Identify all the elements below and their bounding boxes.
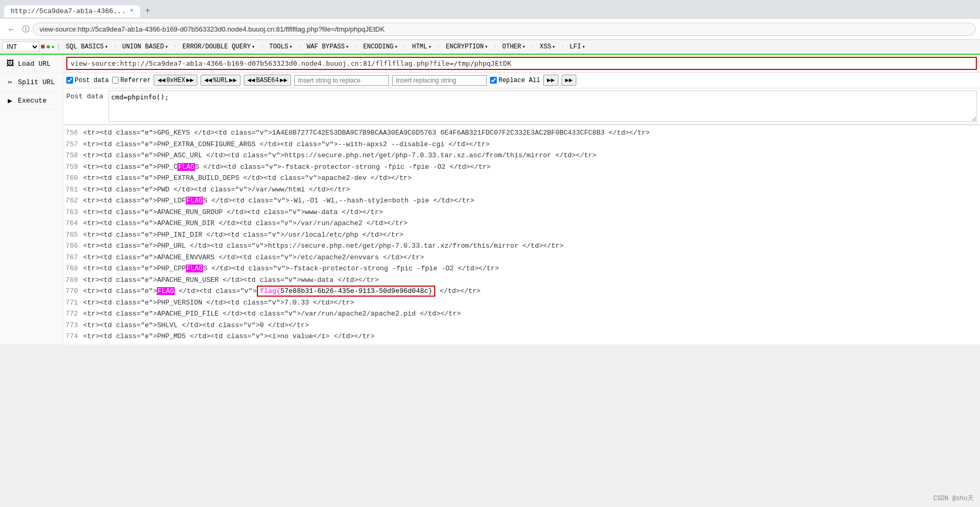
line-number: 765 (63, 230, 83, 240)
line-text: <tr><td class="e">PWD </td><td class="v"… (83, 186, 350, 194)
address-input[interactable] (33, 23, 976, 36)
toolbar-tools[interactable]: TOOLS (266, 42, 296, 52)
line-content: <tr><td class="e">PHP_EXTRA_BUILD_DEPS <… (83, 173, 980, 184)
right-arrow-b64: ▶▶ (280, 76, 287, 84)
sidebar-label-split-url: Split URL (18, 78, 55, 86)
left-arrow-url: ◀◀ (204, 76, 212, 84)
toolbar-xss[interactable]: XSS (536, 42, 558, 52)
flag-value-box: flag{57e88b31-6b26-435e-9113-50d9e96d048… (257, 286, 436, 297)
url-input[interactable] (66, 57, 977, 70)
post-data-checkbox[interactable]: Post data (66, 77, 109, 84)
line-content: <tr><td class="e">APACHE_RUN_DIR </td><t… (83, 218, 980, 229)
main-layout: 🖼 Load URL ✂ Split URL ▶ Execute Post da… (0, 55, 980, 344)
replace-arrow-btn[interactable]: ▶▶ (543, 75, 558, 86)
line-text: <tr><td class="e">APACHE_RUN_DIR </td><t… (83, 219, 407, 227)
source-line-767: 767<tr><td class="e">APACHE_ENVVARS </td… (63, 252, 980, 263)
line-number: 764 (63, 218, 83, 229)
line-number: 772 (63, 309, 83, 319)
line-number: 760 (63, 173, 83, 184)
sep1: · (113, 43, 117, 50)
right-arrow-replace: ▶▶ (547, 76, 554, 84)
toolbar-error-double[interactable]: ERROR/DOUBLE QUERY (179, 42, 258, 52)
postdata-textarea[interactable]: cmd=phpinfo(); (108, 90, 977, 122)
line-text: <tr><td class="e">PHP_EXTRA_BUILD_DEPS <… (83, 174, 412, 182)
line-text: <tr><td class="e">PHP_ASC_URL </td><td c… (83, 151, 596, 159)
toolbar-dot-red: ■ (41, 43, 45, 51)
line-content: <tr><td class="e">APACHE_RUN_USER </td><… (83, 275, 980, 286)
sidebar-item-execute[interactable]: ▶ Execute (0, 92, 63, 110)
flag-highlight: FLAG (157, 287, 174, 295)
source-line-770: 770<tr><td class="e">FLAG </td><td class… (63, 286, 980, 297)
line-number: 761 (63, 185, 83, 195)
toolbar-lfi[interactable]: LFI (566, 42, 588, 52)
toolbar-encryption[interactable]: ENCRYPTION (443, 42, 491, 52)
replace-with-input[interactable] (392, 75, 487, 86)
line-text: <tr><td class="e">APACHE_RUN_GROUP </td>… (83, 208, 383, 216)
line-content: <tr><td class="e">PHP_URL </td><td class… (83, 241, 980, 251)
sep5: · (354, 43, 358, 50)
int-select[interactable]: INT BIGINT TEXT (2, 42, 39, 52)
line-number: 771 (63, 298, 83, 308)
line-text: <tr><td class="e">APACHE_RUN_USER </td><… (83, 276, 379, 284)
source-line-769: 769<tr><td class="e">APACHE_RUN_USER </t… (63, 275, 980, 286)
sep3: · (260, 43, 264, 50)
hex-encode-btn[interactable]: ◀◀ 0xHEX ▶▶ (154, 75, 197, 86)
toolbar-union-based[interactable]: UNION BASED (119, 42, 171, 52)
line-text: <tr><td class="e">PHP_LDF (83, 197, 186, 205)
line-number: 759 (63, 162, 83, 173)
new-tab-button[interactable]: + (140, 4, 156, 18)
sidebar: 🖼 Load URL ✂ Split URL ▶ Execute (0, 55, 63, 344)
replace-search-input[interactable] (294, 75, 389, 86)
line-text: <tr><td class="e">PHP_URL </td><td class… (83, 242, 564, 250)
replace-arrow-btn2[interactable]: ▶▶ (562, 75, 576, 86)
replace-all-checkbox[interactable]: Replace All (490, 77, 540, 84)
source-line-764: 764<tr><td class="e">APACHE_RUN_DIR </td… (63, 218, 980, 229)
toolbar-waf-bypass[interactable]: WAF BYPASS (304, 42, 352, 52)
source-line-760: 760<tr><td class="e">PHP_EXTRA_BUILD_DEP… (63, 173, 980, 184)
line-text: <tr><td class="e">PHP_EXTRA_CONFIGURE_AR… (83, 140, 489, 148)
source-line-761: 761<tr><td class="e">PWD </td><td class=… (63, 184, 980, 196)
sidebar-item-split-url[interactable]: ✂ Split URL (0, 73, 63, 92)
split-url-icon: ✂ (5, 77, 15, 87)
line-text: </td></tr> (435, 287, 481, 295)
replace-all-check-input[interactable] (490, 77, 497, 84)
browser-chrome: http://5ca9dea7-ab1a-4366... × + ← ⓘ (0, 0, 980, 40)
tab-close-button[interactable]: × (129, 7, 133, 15)
source-line-773: 773<tr><td class="e">SHLVL </td><td clas… (63, 320, 980, 331)
line-content: <tr><td class="e">PHP_CPPFLAGS </td><td … (83, 263, 980, 274)
tab-title: http://5ca9dea7-ab1a-4366... (11, 7, 125, 15)
post-data-check-input[interactable] (66, 77, 73, 84)
flag-highlight: FLAG (186, 265, 203, 272)
back-button[interactable]: ← (4, 24, 19, 35)
line-text: <tr><td class="e">SHLVL </td><td class="… (83, 321, 309, 329)
flag-highlight: FLAG (186, 197, 203, 205)
toolbar-encoding[interactable]: ENCODING (360, 42, 401, 52)
sep9: · (531, 43, 534, 50)
address-bar: ← ⓘ (0, 19, 980, 40)
url-encode-btn[interactable]: ◀◀ %URL ▶▶ (201, 75, 241, 86)
sidebar-item-load-url[interactable]: 🖼 Load URL (0, 55, 63, 73)
sep6: · (403, 43, 407, 50)
source-line-766: 766<tr><td class="e">PHP_URL </td><td cl… (63, 240, 980, 252)
hex-label: 0xHEX (166, 77, 185, 84)
line-content: <tr><td class="e">APACHE_RUN_GROUP </td>… (83, 207, 980, 218)
postdata-label: Post data (66, 90, 108, 100)
toolbar-other[interactable]: OTHER (499, 42, 528, 52)
referrer-checkbox[interactable]: Referrer (112, 77, 151, 84)
toolbar-sql-basics[interactable]: SQL BASICS (63, 42, 111, 52)
post-data-label: Post data (75, 77, 109, 84)
line-content: <tr><td class="e">PHP_VERSION </td><td c… (83, 298, 980, 308)
right-arrow-hex: ▶▶ (186, 76, 194, 84)
referrer-check-input[interactable] (112, 77, 119, 84)
source-line-774: 774<tr><td class="e">PHP_MD5 </td><td cl… (63, 331, 980, 342)
base64-encode-btn[interactable]: ◀◀ BASE64 ▶▶ (244, 75, 291, 86)
toolbar-html[interactable]: HTML (409, 42, 435, 52)
browser-tab[interactable]: http://5ca9dea7-ab1a-4366... × (4, 5, 140, 17)
source-line-771: 771<tr><td class="e">PHP_VERSION </td><t… (63, 297, 980, 309)
line-content: <tr><td class="e">PHP_MD5 </td><td class… (83, 331, 980, 342)
line-text: <tr><td class="e">PHP_CPP (83, 265, 186, 272)
sep8: · (493, 43, 497, 50)
source-line-765: 765<tr><td class="e">PHP_INI_DIR </td><t… (63, 229, 980, 241)
line-content: <tr><td class="e">PHP_INI_DIR </td><td c… (83, 230, 980, 240)
left-arrow-b64: ◀◀ (247, 76, 255, 84)
